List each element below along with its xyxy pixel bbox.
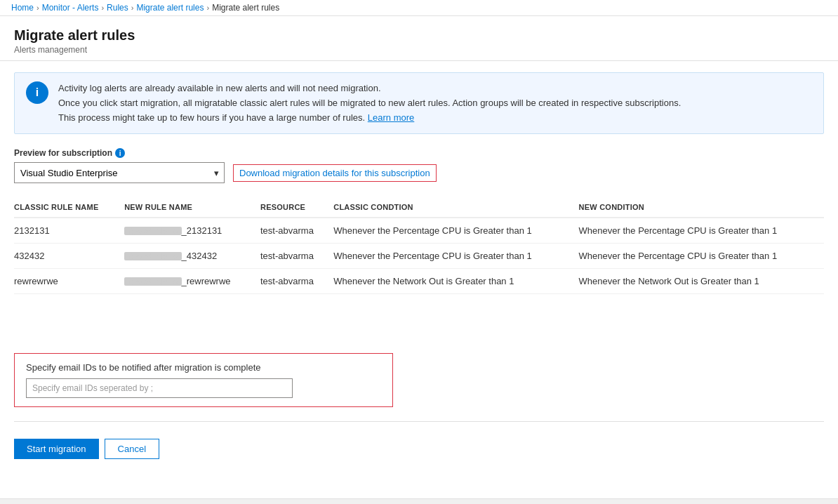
classic-condition-2: Whenever the Percentage CPU is Greater t… <box>333 244 578 269</box>
breadcrumb-current: Migrate alert rules <box>212 3 279 13</box>
breadcrumb-rules[interactable]: Rules <box>107 3 128 13</box>
subscription-row: Visual Studio Enterprise Download migrat… <box>14 162 824 183</box>
breadcrumb-sep-2: › <box>101 4 104 12</box>
divider <box>14 421 824 422</box>
classic-condition-3: Whenever the Network Out is Greater than… <box>333 269 578 294</box>
subscription-select[interactable]: Visual Studio Enterprise <box>14 162 225 183</box>
breadcrumb-monitor-alerts[interactable]: Monitor - Alerts <box>42 3 99 13</box>
breadcrumb: Home › Monitor - Alerts › Rules › Migrat… <box>11 3 279 13</box>
breadcrumb-migrate-alert-rules-link[interactable]: Migrate alert rules <box>136 3 204 13</box>
new-rule-name-3: migrated_rule_xxx_rewrewrwe <box>124 269 260 294</box>
breadcrumb-sep-3: › <box>131 4 134 12</box>
classic-condition-1: Whenever the Percentage CPU is Greater t… <box>333 218 578 244</box>
classic-rule-name-3: rewrewrwe <box>14 269 124 294</box>
col-header-classic-rule-name: CLASSIC RULE NAME <box>14 197 124 218</box>
table-header-row: CLASSIC RULE NAME NEW RULE NAME RESOURCE… <box>14 197 824 218</box>
subscription-info-icon[interactable]: i <box>115 148 125 158</box>
breadcrumb-home[interactable]: Home <box>11 3 34 13</box>
button-row: Start migration Cancel <box>14 433 824 465</box>
email-section: Specify email IDs to be notified after m… <box>14 353 393 407</box>
table-row: 2132131 migrated_rule_xxx_2132131 test-a… <box>14 218 824 244</box>
new-condition-2: Whenever the Percentage CPU is Greater t… <box>579 244 824 269</box>
page-title: Migrate alert rules <box>14 27 824 44</box>
info-line-1: Activity log alerts are already availabl… <box>58 83 381 93</box>
resource-3: test-abvarma <box>260 269 333 294</box>
info-line-3: This process might take up to few hours … <box>58 112 365 123</box>
redacted-2: migrated_rule_xxx <box>124 252 181 260</box>
info-banner-text: Activity log alerts are already availabl… <box>58 81 681 125</box>
col-header-new-condition: NEW CONDITION <box>579 197 824 218</box>
top-bar: Home › Monitor - Alerts › Rules › Migrat… <box>0 0 838 16</box>
redacted-1: migrated_rule_xxx <box>124 227 181 235</box>
new-condition-3: Whenever the Network Out is Greater than… <box>579 269 824 294</box>
classic-rule-name-1: 2132131 <box>14 218 124 244</box>
download-migration-link[interactable]: Download migration details for this subs… <box>233 164 437 182</box>
resource-2: test-abvarma <box>260 244 333 269</box>
page-subtitle: Alerts management <box>14 45 824 55</box>
main-content: i Activity log alerts are already availa… <box>0 61 838 476</box>
col-header-resource: RESOURCE <box>260 197 333 218</box>
info-banner: i Activity log alerts are already availa… <box>14 72 824 134</box>
col-header-new-rule-name: NEW RULE NAME <box>124 197 260 218</box>
breadcrumb-sep-4: › <box>206 4 209 12</box>
subscription-section: Preview for subscription i Visual Studio… <box>14 148 824 183</box>
new-rule-name-1: migrated_rule_xxx_2132131 <box>124 218 260 244</box>
redacted-3: migrated_rule_xxx <box>124 277 181 286</box>
page-header: Migrate alert rules Alerts management <box>0 16 838 61</box>
cancel-button[interactable]: Cancel <box>105 439 159 459</box>
learn-more-link[interactable]: Learn more <box>368 112 414 123</box>
table-row: 432432 migrated_rule_xxx_432432 test-abv… <box>14 244 824 269</box>
resource-1: test-abvarma <box>260 218 333 244</box>
table-row: rewrewrwe migrated_rule_xxx_rewrewrwe te… <box>14 269 824 294</box>
new-rule-name-2: migrated_rule_xxx_432432 <box>124 244 260 269</box>
table-section: CLASSIC RULE NAME NEW RULE NAME RESOURCE… <box>14 197 824 294</box>
info-icon: i <box>26 81 48 104</box>
start-migration-button[interactable]: Start migration <box>14 439 99 459</box>
info-line-2: Once you click start migration, all migr… <box>58 98 681 108</box>
email-label: Specify email IDs to be notified after m… <box>26 362 381 373</box>
col-header-classic-condition: CLASSIC CONDTION <box>333 197 578 218</box>
subscription-label: Preview for subscription i <box>14 148 824 158</box>
rules-table: CLASSIC RULE NAME NEW RULE NAME RESOURCE… <box>14 197 824 294</box>
classic-rule-name-2: 432432 <box>14 244 124 269</box>
email-input[interactable] <box>26 378 293 398</box>
new-condition-1: Whenever the Percentage CPU is Greater t… <box>579 218 824 244</box>
breadcrumb-sep-1: › <box>36 4 39 12</box>
subscription-select-wrapper[interactable]: Visual Studio Enterprise <box>14 162 225 183</box>
